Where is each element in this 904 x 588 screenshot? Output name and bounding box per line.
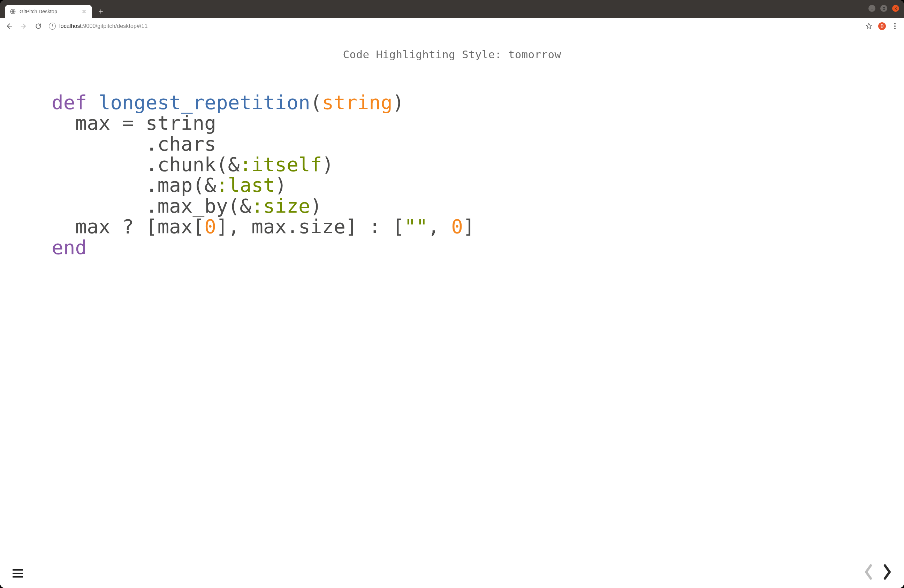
code-symbol: :last xyxy=(216,174,275,196)
titlebar: GitPitch Desktop xyxy=(0,0,904,18)
toolbar-right: D xyxy=(865,22,901,31)
close-tab-button[interactable] xyxy=(81,8,87,15)
code-punct: ) xyxy=(310,194,322,217)
browser-window: GitPitch Desktop xyxy=(0,0,904,588)
code-keyword: def xyxy=(52,91,87,114)
tab-strip: GitPitch Desktop xyxy=(5,0,106,18)
bookmark-star-icon[interactable] xyxy=(865,22,872,30)
window-controls xyxy=(868,0,904,18)
code-line: .chunk(& xyxy=(52,153,240,175)
prev-slide-button[interactable] xyxy=(861,564,876,580)
slide-menu-button[interactable] xyxy=(13,569,23,577)
tab-title: GitPitch Desktop xyxy=(19,9,77,14)
page-content: Code Highlighting Style: tomorrow def lo… xyxy=(0,34,904,588)
svg-rect-1 xyxy=(883,7,885,9)
code-line: ], max.size] : [ xyxy=(216,215,404,238)
new-tab-button[interactable] xyxy=(95,6,106,17)
code-punct: ) xyxy=(393,91,405,114)
profile-avatar[interactable]: D xyxy=(878,22,886,30)
slide-title: Code Highlighting Style: tomorrow xyxy=(343,48,561,61)
code-symbol: :itself xyxy=(240,153,322,175)
globe-icon xyxy=(10,8,16,15)
url-text: localhost:9000/gitpitch/desktop#/11 xyxy=(59,23,147,29)
window-close-button[interactable] xyxy=(892,5,899,12)
toolbar: i localhost:9000/gitpitch/desktop#/11 D xyxy=(0,18,904,34)
code-argument: string xyxy=(322,91,392,114)
window-minimize-button[interactable] xyxy=(868,5,876,12)
forward-button[interactable] xyxy=(18,21,29,32)
window-maximize-button[interactable] xyxy=(880,5,887,12)
code-block: def longest_repetition(string) max = str… xyxy=(0,92,475,258)
site-info-icon[interactable]: i xyxy=(49,23,56,30)
code-punct: ) xyxy=(275,174,287,196)
code-line: ] xyxy=(463,215,475,238)
code-string: "" xyxy=(404,215,427,238)
code-punct: ( xyxy=(310,91,322,114)
address-bar[interactable]: i localhost:9000/gitpitch/desktop#/11 xyxy=(47,20,861,32)
code-number: 0 xyxy=(451,215,463,238)
code-keyword: end xyxy=(52,236,87,259)
url-host: localhost xyxy=(59,23,82,29)
code-punct: ) xyxy=(322,153,333,175)
code-symbol: :size xyxy=(251,194,310,217)
back-button[interactable] xyxy=(3,21,15,32)
code-line: .max_by(& xyxy=(52,194,251,217)
slide-nav xyxy=(861,564,894,580)
code-function-name: longest_repetition xyxy=(99,91,310,114)
url-path: :9000/gitpitch/desktop#/11 xyxy=(82,23,147,29)
reload-button[interactable] xyxy=(33,21,44,32)
code-line: .map(& xyxy=(52,174,216,196)
code-line: .chars xyxy=(52,133,216,155)
browser-tab[interactable]: GitPitch Desktop xyxy=(5,5,92,18)
next-slide-button[interactable] xyxy=(880,564,894,580)
code-line: max ? [max[ xyxy=(52,215,204,238)
code-line: , xyxy=(428,215,451,238)
code-number: 0 xyxy=(204,215,216,238)
browser-menu-button[interactable] xyxy=(891,22,898,31)
code-line: max = string xyxy=(52,112,216,134)
